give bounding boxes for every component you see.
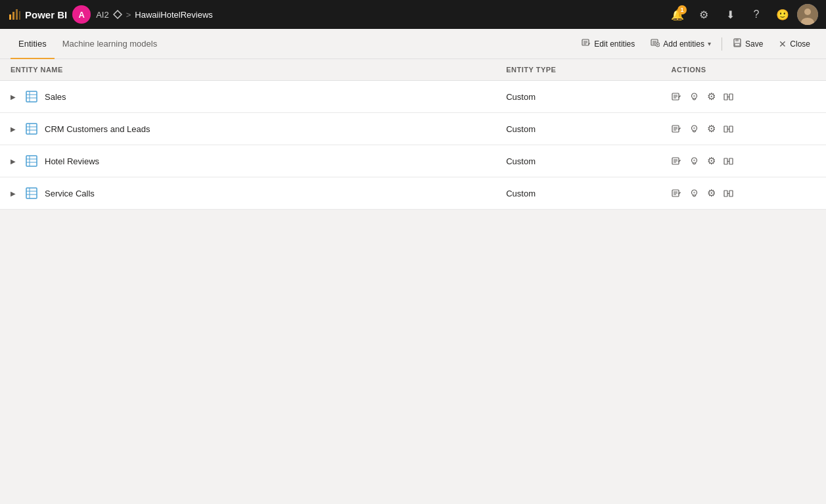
entity-type-cell: Custom — [495, 81, 660, 113]
entity-type-cell: Custom — [495, 113, 660, 145]
help-button[interactable]: ? — [745, 3, 768, 26]
col-header-entity-name: ENTITY NAME — [0, 59, 495, 81]
main-content: ENTITY NAME ENTITY TYPE ACTIONS ▶ — [0, 59, 826, 504]
settings-icon[interactable]: ⚙ — [707, 123, 716, 135]
svg-rect-61 — [26, 188, 37, 198]
subheader: Entities Machine learning models Edit en… — [0, 29, 826, 59]
notification-badge: 1 — [677, 5, 687, 14]
entity-table: ENTITY NAME ENTITY TYPE ACTIONS ▶ — [0, 59, 826, 210]
linked-entities-icon[interactable] — [723, 189, 733, 198]
svg-rect-1 — [12, 12, 14, 20]
table-row: ▶ Hotel Reviews Custom — [0, 145, 826, 177]
tabs-container: Entities Machine learning models — [11, 29, 165, 58]
entity-type-cell: Custom — [495, 145, 660, 177]
topbar: Power BI A AI2 > HawaiiHotelReviews 🔔 1 … — [0, 0, 826, 29]
entity-table-icon — [25, 187, 38, 200]
topbar-actions: 🔔 1 ⚙ ⬇ ? 🙂 — [666, 3, 818, 26]
ai-insights-icon[interactable] — [689, 189, 699, 198]
svg-rect-59 — [729, 158, 733, 164]
svg-rect-21 — [735, 43, 740, 46]
powerbi-brand-text: Power BI — [25, 9, 67, 20]
user-avatar-button[interactable] — [797, 4, 818, 25]
ai-insights-icon[interactable] — [689, 92, 699, 102]
entity-name-cell: ▶ Sales — [0, 81, 495, 113]
save-icon — [733, 38, 742, 49]
nav-avatar[interactable]: A — [72, 5, 91, 24]
topbar-brand: Power BI A AI2 > HawaiiHotelReviews — [8, 5, 660, 24]
svg-point-57 — [693, 159, 695, 161]
expand-arrow-icon[interactable]: ▶ — [11, 126, 18, 133]
svg-rect-22 — [26, 91, 37, 102]
settings-button[interactable]: ⚙ — [692, 3, 716, 26]
add-entities-button[interactable]: Add entities ▾ — [645, 35, 716, 53]
svg-rect-46 — [729, 126, 733, 132]
entity-name-cell: ▶ Hotel Reviews — [0, 145, 495, 177]
diamond-icon — [113, 10, 122, 19]
edit-query-icon[interactable] — [672, 156, 681, 166]
edit-query-icon[interactable] — [672, 124, 681, 134]
table-row: ▶ Service Calls Custom — [0, 177, 826, 210]
entity-actions-cell: ⚙ — [661, 177, 826, 210]
svg-rect-32 — [724, 94, 727, 100]
svg-rect-45 — [724, 126, 727, 132]
col-header-actions: ACTIONS — [661, 59, 826, 81]
expand-arrow-icon[interactable]: ▶ — [11, 158, 18, 165]
svg-rect-48 — [26, 156, 37, 166]
tab-entities[interactable]: Entities — [11, 30, 55, 59]
user-avatar-image — [797, 4, 818, 25]
edit-entities-icon — [582, 38, 591, 49]
entity-type-cell: Custom — [495, 177, 660, 210]
entity-actions-cell: ⚙ — [661, 81, 826, 113]
subheader-actions: Edit entities Add entities ▾ — [576, 35, 815, 53]
svg-rect-0 — [9, 14, 11, 20]
svg-point-44 — [693, 127, 695, 129]
table-header: ENTITY NAME ENTITY TYPE ACTIONS — [0, 59, 826, 81]
svg-rect-71 — [724, 191, 727, 196]
table-row: ▶ Sales Custom — [0, 81, 826, 113]
add-entities-chevron-icon[interactable]: ▾ — [708, 40, 711, 47]
entity-table-icon — [25, 154, 38, 168]
table-row: ▶ CRM Customers and Leads — [0, 113, 826, 145]
entity-actions-cell: ⚙ — [661, 113, 826, 145]
linked-entities-icon[interactable] — [723, 124, 733, 134]
col-header-entity-type: ENTITY TYPE — [495, 59, 660, 81]
entity-name-cell: ▶ Service Calls — [0, 177, 495, 210]
download-button[interactable]: ⬇ — [718, 3, 742, 26]
svg-point-70 — [693, 191, 695, 193]
notifications-button[interactable]: 🔔 1 — [666, 3, 689, 26]
entity-name-cell: ▶ CRM Customers and Leads — [0, 113, 495, 145]
settings-icon[interactable]: ⚙ — [707, 91, 716, 103]
svg-rect-33 — [729, 94, 733, 100]
powerbi-logo: Power BI — [8, 8, 67, 21]
entity-actions-cell: ⚙ — [661, 145, 826, 177]
linked-entities-icon[interactable] — [723, 92, 733, 102]
svg-marker-4 — [114, 11, 122, 18]
settings-icon[interactable]: ⚙ — [707, 155, 716, 167]
ai-insights-icon[interactable] — [689, 156, 699, 166]
svg-rect-3 — [19, 11, 20, 20]
close-button[interactable]: ✕ Close — [773, 35, 815, 53]
close-icon: ✕ — [779, 39, 787, 49]
linked-entities-icon[interactable] — [723, 156, 733, 166]
entity-table-icon — [25, 90, 38, 103]
svg-rect-35 — [26, 124, 37, 134]
add-entities-icon — [651, 38, 660, 49]
toolbar-divider — [722, 37, 722, 51]
svg-rect-72 — [729, 191, 733, 196]
settings-icon[interactable]: ⚙ — [707, 187, 716, 199]
svg-point-6 — [804, 9, 811, 15]
svg-point-31 — [693, 95, 695, 97]
table-body: ▶ Sales Custom — [0, 81, 826, 210]
save-button[interactable]: Save — [727, 35, 768, 53]
expand-arrow-icon[interactable]: ▶ — [11, 190, 18, 197]
tab-ml-models[interactable]: Machine learning models — [55, 30, 166, 59]
edit-query-icon[interactable] — [672, 189, 681, 198]
nav-breadcrumb: AI2 > HawaiiHotelReviews — [96, 10, 213, 20]
ai-insights-icon[interactable] — [689, 124, 699, 134]
expand-arrow-icon[interactable]: ▶ — [11, 93, 18, 101]
edit-entities-button[interactable]: Edit entities — [576, 35, 640, 53]
powerbi-icon — [8, 8, 21, 21]
edit-query-icon[interactable] — [672, 92, 681, 102]
entity-table-icon — [25, 122, 38, 135]
feedback-button[interactable]: 🙂 — [771, 3, 794, 26]
